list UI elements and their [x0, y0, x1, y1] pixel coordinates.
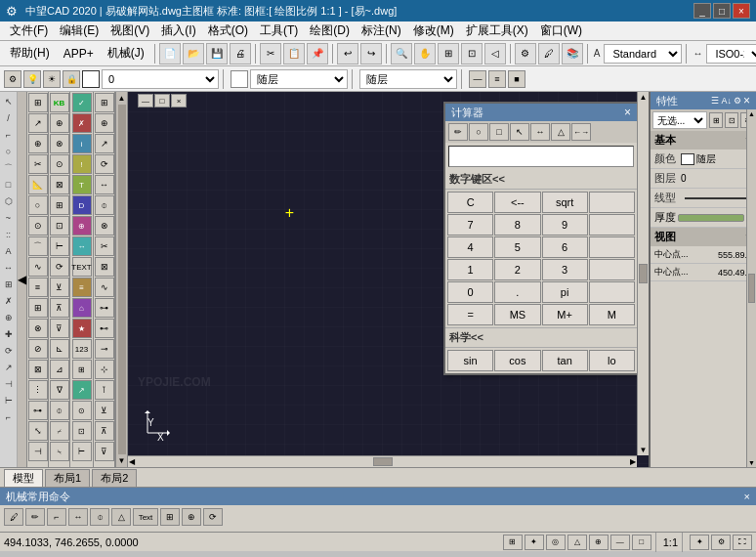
maximize-button[interactable]: □ — [713, 3, 731, 19]
calc-pi[interactable]: pi — [542, 281, 588, 303]
calc-7[interactable]: 7 — [447, 214, 493, 236]
pan-button[interactable]: ✋ — [414, 43, 436, 64]
hatch-tool[interactable]: :: — [1, 227, 17, 242]
pal-btn-7[interactable]: ⊙ — [28, 216, 48, 236]
pal3-btn-9[interactable]: TEXT — [72, 257, 92, 277]
dim-style-dropdown[interactable]: ISO0-25 — [706, 44, 756, 64]
cmd-btn-text[interactable]: Text — [133, 508, 158, 526]
extend-tool[interactable]: ⊢ — [1, 393, 17, 408]
cmd-btn-2[interactable]: ✏ — [25, 508, 45, 526]
pal4-btn-8[interactable]: ✂ — [95, 236, 114, 256]
pal2-btn-16[interactable]: ⌽ — [50, 401, 69, 420]
pal-btn-15[interactable]: ⋮ — [28, 380, 48, 400]
prop-quick-sel[interactable]: ⊡ — [725, 112, 738, 128]
palette-scroll-down[interactable]: ▼ — [118, 456, 126, 465]
prop-select-all[interactable]: ⊞ — [709, 112, 723, 128]
calc-tool-dim2[interactable]: ←→ — [571, 123, 591, 141]
open-file-button[interactable]: 📂 — [183, 43, 204, 64]
polyline-tool[interactable]: ⌐ — [1, 127, 17, 143]
pal3-btn-14[interactable]: ⊞ — [72, 360, 92, 379]
pal-btn-5[interactable]: 📐 — [28, 175, 48, 194]
status-snap-btn[interactable]: ✦ — [525, 535, 544, 550]
linetype-dropdown[interactable]: 随层 — [359, 69, 457, 89]
layer-button[interactable]: 📚 — [562, 43, 583, 64]
layer-freeze-button[interactable]: ☀ — [43, 70, 61, 88]
prop-selection-dropdown[interactable]: 无选... — [652, 111, 707, 129]
pal4-btn-1[interactable]: ⊞ — [95, 93, 114, 112]
command-close-button[interactable]: × — [744, 491, 750, 502]
cmd-btn-6[interactable]: △ — [111, 508, 131, 526]
canvas-scroll-down[interactable]: ▼ — [640, 446, 648, 454]
pal4-btn-5[interactable]: ↔ — [95, 175, 114, 194]
calc-6[interactable]: 6 — [542, 236, 588, 258]
menu-draw[interactable]: 绘图(D) — [304, 21, 356, 41]
status-grid-btn[interactable]: ⊞ — [503, 535, 523, 550]
cut-button[interactable]: ✂ — [260, 43, 281, 64]
prop-scroll-down[interactable]: ▼ — [748, 459, 755, 466]
print-button[interactable]: 🖨 — [230, 43, 251, 64]
plot-style-button[interactable]: ■ — [508, 70, 525, 88]
erase-tool[interactable]: ✗ — [1, 293, 17, 309]
pal4-btn-6[interactable]: ⌽ — [95, 195, 114, 215]
calc-ms[interactable]: MS — [494, 304, 540, 325]
status-icon-3[interactable]: ⛶ — [733, 535, 752, 550]
calc-mplus[interactable]: M+ — [542, 304, 588, 325]
new-file-button[interactable]: 📄 — [159, 43, 181, 64]
undo-button[interactable]: ↩ — [337, 43, 358, 64]
pal3-btn-6[interactable]: D — [72, 195, 92, 215]
pal3-btn-10[interactable]: ≡ — [72, 278, 92, 297]
layer-manager-button[interactable]: ⚙ — [4, 70, 21, 88]
tab-layout2[interactable]: 布局2 — [92, 469, 137, 487]
menu-modify[interactable]: 修改(M) — [407, 21, 460, 41]
linescale-button[interactable]: ≡ — [488, 70, 506, 88]
calc-cos[interactable]: cos — [494, 350, 540, 371]
calc-sin[interactable]: sin — [447, 350, 493, 371]
pal4-btn-4[interactable]: ⟳ — [95, 154, 114, 174]
line-tool[interactable]: / — [1, 110, 17, 126]
menu-view[interactable]: 视图(V) — [105, 21, 155, 41]
canvas-vscrollbar[interactable]: ▲ ▼ — [637, 92, 649, 455]
pal4-btn-18[interactable]: ⊽ — [95, 442, 114, 461]
calc-tool-circle[interactable]: ○ — [469, 123, 488, 141]
spline-tool[interactable]: ~ — [1, 210, 17, 226]
calc-0[interactable]: 0 — [447, 281, 493, 303]
menu-format[interactable]: 格式(O) — [202, 21, 254, 41]
pal2-btn-11[interactable]: ⊼ — [50, 298, 69, 318]
calc-2[interactable]: 2 — [494, 259, 540, 280]
status-polar-btn[interactable]: ◎ — [546, 535, 566, 550]
pal2-btn-4[interactable]: ⊙ — [50, 154, 69, 174]
text-style-dropdown[interactable]: Standard — [604, 44, 682, 64]
status-icon-1[interactable]: ✦ — [690, 535, 709, 550]
circle-tool[interactable]: ○ — [1, 144, 17, 159]
menu-help[interactable]: 帮助(H) — [4, 43, 56, 64]
pal3-btn-12[interactable]: ★ — [72, 319, 92, 338]
pal2-btn-18[interactable]: ⍀ — [50, 442, 69, 461]
pal-btn-9[interactable]: ∿ — [28, 257, 48, 277]
pal2-btn-1[interactable]: KB — [50, 93, 69, 112]
tab-model[interactable]: 模型 — [4, 469, 43, 487]
pal4-btn-7[interactable]: ⊗ — [95, 216, 114, 236]
menu-insert[interactable]: 插入(I) — [155, 21, 201, 41]
palette-scrollbar[interactable]: ▲ ▼ — [115, 92, 127, 467]
pal-btn-6[interactable]: ○ — [28, 195, 48, 215]
pal4-btn-12[interactable]: ⊷ — [95, 319, 114, 338]
pick-tool[interactable]: ↖ — [1, 94, 17, 109]
pal4-btn-2[interactable]: ⊕ — [95, 113, 114, 133]
pal3-btn-1[interactable]: ✓ — [72, 93, 92, 112]
pal-btn-8[interactable]: ⌒ — [28, 236, 48, 256]
text-tool[interactable]: A — [1, 243, 17, 259]
matchprop-button[interactable]: 🖊 — [538, 43, 560, 64]
rotate-tool[interactable]: ⟳ — [1, 343, 17, 359]
palette-scroll-up[interactable]: ▲ — [118, 94, 126, 103]
calc-8[interactable]: 8 — [494, 214, 540, 236]
calc-sqrt[interactable]: sqrt — [542, 192, 588, 213]
pal3-btn-11[interactable]: ⌂ — [72, 298, 92, 318]
prop-list-icon[interactable]: ☰ — [711, 96, 719, 106]
prop-thickness-slider[interactable] — [678, 214, 744, 222]
color-picker-button[interactable] — [231, 70, 248, 88]
calculator-display[interactable] — [448, 146, 634, 167]
move-tool[interactable]: ✚ — [1, 326, 17, 342]
pal4-btn-11[interactable]: ⊶ — [95, 298, 114, 318]
pal-btn-10[interactable]: ≡ — [28, 278, 48, 297]
cmd-btn-9[interactable]: ⟳ — [203, 508, 223, 526]
